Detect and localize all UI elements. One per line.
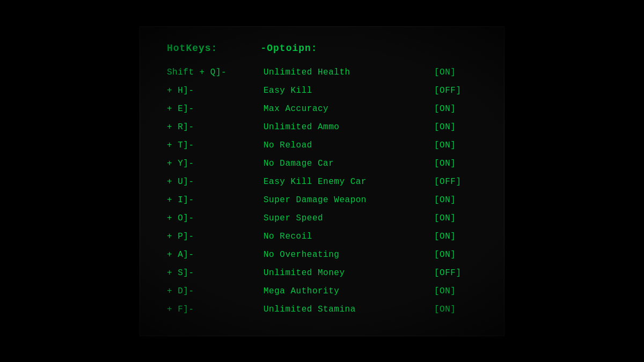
option-name: Super Speed [264,213,434,223]
option-name: Unlimited Health [264,68,434,77]
hotkey-label: + A]- [167,250,264,260]
hotkey-label: + E]- [167,104,264,114]
hotkey-label: + F]- [167,305,264,314]
table-row: + H]-Easy Kill[OFF] [167,83,477,99]
option-name: No Reload [264,141,434,150]
status-badge: [ON] [434,305,477,314]
hotkey-label: + T]- [167,141,264,150]
option-name: No Damage Car [264,159,434,168]
hotkey-label: + H]- [167,86,264,95]
status-badge: [ON] [434,104,477,114]
table-row: + A]-No Overheating[ON] [167,247,477,263]
hotkey-label: + D]- [167,286,264,296]
option-name: Mega Authority [264,286,434,296]
hotkey-label: + S]- [167,268,264,278]
table-row: + U]-Easy Kill Enemy Car[OFF] [167,174,477,190]
status-badge: [OFF] [434,86,477,95]
table-row: + D]-Mega Authority[ON] [167,283,477,299]
hotkey-label: + O]- [167,213,264,223]
hotkey-label: Shift + Q]- [167,68,264,77]
option-name: No Overheating [264,250,434,260]
hotkey-label: + R]- [167,122,264,132]
outer-container: HotKeys: -Optoipn: Shift + Q]-Unlimited … [80,15,564,348]
table-row: + F]-Unlimited Stamina[ON] [167,301,477,317]
table-row: + S]-Unlimited Money[OFF] [167,265,477,281]
option-name: Max Accuracy [264,104,434,114]
status-badge: [ON] [434,286,477,296]
option-name: Easy Kill Enemy Car [264,177,434,187]
table-row: + I]-Super Damage Weapon[ON] [167,192,477,208]
status-badge: [ON] [434,68,477,77]
option-name: Easy Kill [264,86,434,95]
table-row: + R]-Unlimited Ammo[ON] [167,119,477,135]
hotkeys-header: HotKeys: [167,43,217,54]
status-badge: [ON] [434,195,477,205]
option-name: Super Damage Weapon [264,195,434,205]
status-badge: [ON] [434,122,477,132]
table-row: + O]-Super Speed[ON] [167,210,477,226]
header-row: HotKeys: -Optoipn: [167,43,477,54]
option-name: Unlimited Ammo [264,122,434,132]
options-list: Shift + Q]-Unlimited Health[ON] + H]-Eas… [167,64,477,317]
status-badge: [ON] [434,250,477,260]
hotkey-label: + P]- [167,232,264,241]
status-badge: [ON] [434,141,477,150]
hotkey-label: + U]- [167,177,264,187]
option-name: No Recoil [264,232,434,241]
status-badge: [ON] [434,213,477,223]
status-badge: [ON] [434,232,477,241]
option-name: Unlimited Money [264,268,434,278]
option-name: Unlimited Stamina [264,305,434,314]
status-badge: [ON] [434,159,477,168]
table-row: Shift + Q]-Unlimited Health[ON] [167,64,477,80]
table-row: + T]-No Reload[ON] [167,137,477,153]
cheat-panel: HotKeys: -Optoipn: Shift + Q]-Unlimited … [140,26,504,336]
status-badge: [OFF] [434,268,477,278]
hotkey-label: + Y]- [167,159,264,168]
status-badge: [OFF] [434,177,477,187]
table-row: + P]-No Recoil[ON] [167,228,477,245]
table-row: + Y]-No Damage Car[ON] [167,156,477,172]
table-row: + E]-Max Accuracy[ON] [167,101,477,117]
hotkey-label: + I]- [167,195,264,205]
options-header: -Optoipn: [260,43,317,54]
